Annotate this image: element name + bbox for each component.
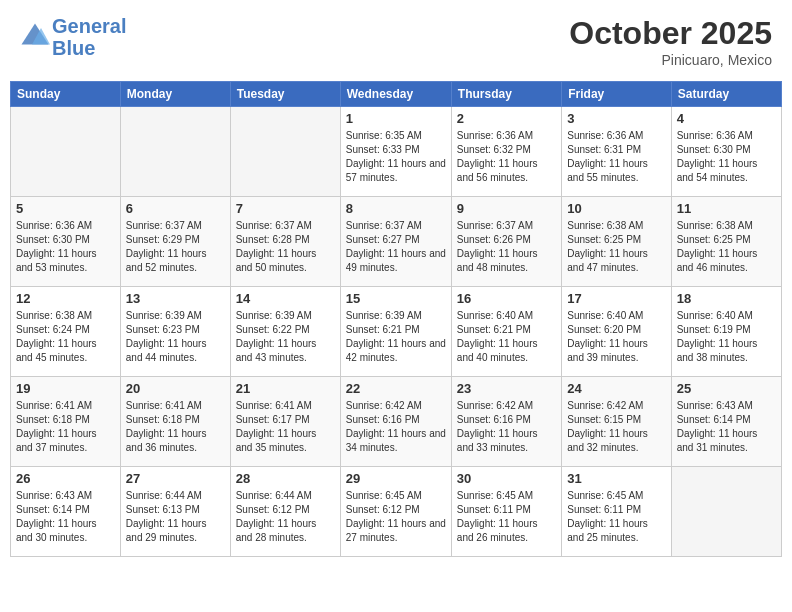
weekday-header-monday: Monday: [120, 82, 230, 107]
day-info: Sunrise: 6:38 AMSunset: 6:25 PMDaylight:…: [567, 219, 665, 275]
calendar-cell: 3Sunrise: 6:36 AMSunset: 6:31 PMDaylight…: [562, 107, 671, 197]
day-info: Sunrise: 6:36 AMSunset: 6:30 PMDaylight:…: [16, 219, 115, 275]
weekday-header-wednesday: Wednesday: [340, 82, 451, 107]
calendar-cell: 13Sunrise: 6:39 AMSunset: 6:23 PMDayligh…: [120, 287, 230, 377]
logo-general: General: [52, 15, 126, 37]
day-info: Sunrise: 6:40 AMSunset: 6:20 PMDaylight:…: [567, 309, 665, 365]
calendar-cell: 31Sunrise: 6:45 AMSunset: 6:11 PMDayligh…: [562, 467, 671, 557]
day-info: Sunrise: 6:44 AMSunset: 6:13 PMDaylight:…: [126, 489, 225, 545]
day-number: 9: [457, 201, 556, 216]
calendar-cell: [230, 107, 340, 197]
calendar-cell: [120, 107, 230, 197]
calendar-cell: 27Sunrise: 6:44 AMSunset: 6:13 PMDayligh…: [120, 467, 230, 557]
title-block: October 2025 Pinicuaro, Mexico: [569, 15, 772, 68]
calendar-cell: 4Sunrise: 6:36 AMSunset: 6:30 PMDaylight…: [671, 107, 781, 197]
page-header: General Blue October 2025 Pinicuaro, Mex…: [10, 10, 782, 73]
day-info: Sunrise: 6:40 AMSunset: 6:19 PMDaylight:…: [677, 309, 776, 365]
calendar-cell: 16Sunrise: 6:40 AMSunset: 6:21 PMDayligh…: [451, 287, 561, 377]
day-number: 3: [567, 111, 665, 126]
day-info: Sunrise: 6:37 AMSunset: 6:27 PMDaylight:…: [346, 219, 446, 275]
day-number: 16: [457, 291, 556, 306]
day-number: 26: [16, 471, 115, 486]
day-info: Sunrise: 6:39 AMSunset: 6:21 PMDaylight:…: [346, 309, 446, 365]
day-info: Sunrise: 6:41 AMSunset: 6:18 PMDaylight:…: [126, 399, 225, 455]
calendar-cell: 19Sunrise: 6:41 AMSunset: 6:18 PMDayligh…: [11, 377, 121, 467]
weekday-header-tuesday: Tuesday: [230, 82, 340, 107]
day-number: 11: [677, 201, 776, 216]
day-number: 18: [677, 291, 776, 306]
calendar-cell: 8Sunrise: 6:37 AMSunset: 6:27 PMDaylight…: [340, 197, 451, 287]
day-number: 24: [567, 381, 665, 396]
day-info: Sunrise: 6:38 AMSunset: 6:24 PMDaylight:…: [16, 309, 115, 365]
weekday-header-saturday: Saturday: [671, 82, 781, 107]
logo-text: General Blue: [52, 15, 126, 59]
day-number: 6: [126, 201, 225, 216]
calendar-cell: 15Sunrise: 6:39 AMSunset: 6:21 PMDayligh…: [340, 287, 451, 377]
day-number: 22: [346, 381, 446, 396]
calendar-cell: 25Sunrise: 6:43 AMSunset: 6:14 PMDayligh…: [671, 377, 781, 467]
day-info: Sunrise: 6:42 AMSunset: 6:15 PMDaylight:…: [567, 399, 665, 455]
day-info: Sunrise: 6:41 AMSunset: 6:17 PMDaylight:…: [236, 399, 335, 455]
calendar-cell: 20Sunrise: 6:41 AMSunset: 6:18 PMDayligh…: [120, 377, 230, 467]
calendar-cell: 29Sunrise: 6:45 AMSunset: 6:12 PMDayligh…: [340, 467, 451, 557]
calendar-cell: 22Sunrise: 6:42 AMSunset: 6:16 PMDayligh…: [340, 377, 451, 467]
day-info: Sunrise: 6:35 AMSunset: 6:33 PMDaylight:…: [346, 129, 446, 185]
day-number: 21: [236, 381, 335, 396]
day-number: 7: [236, 201, 335, 216]
logo-icon: [20, 22, 50, 52]
calendar-cell: 2Sunrise: 6:36 AMSunset: 6:32 PMDaylight…: [451, 107, 561, 197]
calendar-cell: 28Sunrise: 6:44 AMSunset: 6:12 PMDayligh…: [230, 467, 340, 557]
weekday-header-friday: Friday: [562, 82, 671, 107]
day-info: Sunrise: 6:43 AMSunset: 6:14 PMDaylight:…: [16, 489, 115, 545]
day-number: 14: [236, 291, 335, 306]
day-info: Sunrise: 6:36 AMSunset: 6:31 PMDaylight:…: [567, 129, 665, 185]
calendar-cell: 14Sunrise: 6:39 AMSunset: 6:22 PMDayligh…: [230, 287, 340, 377]
day-info: Sunrise: 6:42 AMSunset: 6:16 PMDaylight:…: [457, 399, 556, 455]
day-info: Sunrise: 6:36 AMSunset: 6:30 PMDaylight:…: [677, 129, 776, 185]
day-info: Sunrise: 6:40 AMSunset: 6:21 PMDaylight:…: [457, 309, 556, 365]
day-number: 10: [567, 201, 665, 216]
weekday-header-sunday: Sunday: [11, 82, 121, 107]
calendar-week-row: 19Sunrise: 6:41 AMSunset: 6:18 PMDayligh…: [11, 377, 782, 467]
calendar-cell: 10Sunrise: 6:38 AMSunset: 6:25 PMDayligh…: [562, 197, 671, 287]
day-info: Sunrise: 6:36 AMSunset: 6:32 PMDaylight:…: [457, 129, 556, 185]
day-number: 15: [346, 291, 446, 306]
weekday-header-row: SundayMondayTuesdayWednesdayThursdayFrid…: [11, 82, 782, 107]
calendar-cell: 24Sunrise: 6:42 AMSunset: 6:15 PMDayligh…: [562, 377, 671, 467]
day-info: Sunrise: 6:45 AMSunset: 6:11 PMDaylight:…: [567, 489, 665, 545]
logo: General Blue: [20, 15, 126, 59]
day-number: 31: [567, 471, 665, 486]
calendar-cell: 26Sunrise: 6:43 AMSunset: 6:14 PMDayligh…: [11, 467, 121, 557]
day-info: Sunrise: 6:44 AMSunset: 6:12 PMDaylight:…: [236, 489, 335, 545]
calendar-cell: 6Sunrise: 6:37 AMSunset: 6:29 PMDaylight…: [120, 197, 230, 287]
day-number: 27: [126, 471, 225, 486]
calendar-cell: 21Sunrise: 6:41 AMSunset: 6:17 PMDayligh…: [230, 377, 340, 467]
location-subtitle: Pinicuaro, Mexico: [569, 52, 772, 68]
day-info: Sunrise: 6:37 AMSunset: 6:28 PMDaylight:…: [236, 219, 335, 275]
day-number: 13: [126, 291, 225, 306]
day-number: 12: [16, 291, 115, 306]
calendar-cell: 7Sunrise: 6:37 AMSunset: 6:28 PMDaylight…: [230, 197, 340, 287]
day-number: 1: [346, 111, 446, 126]
calendar-week-row: 1Sunrise: 6:35 AMSunset: 6:33 PMDaylight…: [11, 107, 782, 197]
calendar-week-row: 5Sunrise: 6:36 AMSunset: 6:30 PMDaylight…: [11, 197, 782, 287]
day-number: 19: [16, 381, 115, 396]
calendar-week-row: 26Sunrise: 6:43 AMSunset: 6:14 PMDayligh…: [11, 467, 782, 557]
day-number: 4: [677, 111, 776, 126]
calendar-cell: 9Sunrise: 6:37 AMSunset: 6:26 PMDaylight…: [451, 197, 561, 287]
day-info: Sunrise: 6:37 AMSunset: 6:29 PMDaylight:…: [126, 219, 225, 275]
calendar-cell: 30Sunrise: 6:45 AMSunset: 6:11 PMDayligh…: [451, 467, 561, 557]
calendar-cell: 17Sunrise: 6:40 AMSunset: 6:20 PMDayligh…: [562, 287, 671, 377]
day-info: Sunrise: 6:39 AMSunset: 6:22 PMDaylight:…: [236, 309, 335, 365]
calendar-cell: [671, 467, 781, 557]
day-info: Sunrise: 6:39 AMSunset: 6:23 PMDaylight:…: [126, 309, 225, 365]
day-number: 28: [236, 471, 335, 486]
day-number: 17: [567, 291, 665, 306]
calendar-cell: 23Sunrise: 6:42 AMSunset: 6:16 PMDayligh…: [451, 377, 561, 467]
weekday-header-thursday: Thursday: [451, 82, 561, 107]
logo-blue: Blue: [52, 37, 95, 59]
day-number: 5: [16, 201, 115, 216]
calendar-cell: 5Sunrise: 6:36 AMSunset: 6:30 PMDaylight…: [11, 197, 121, 287]
day-info: Sunrise: 6:45 AMSunset: 6:12 PMDaylight:…: [346, 489, 446, 545]
day-number: 2: [457, 111, 556, 126]
